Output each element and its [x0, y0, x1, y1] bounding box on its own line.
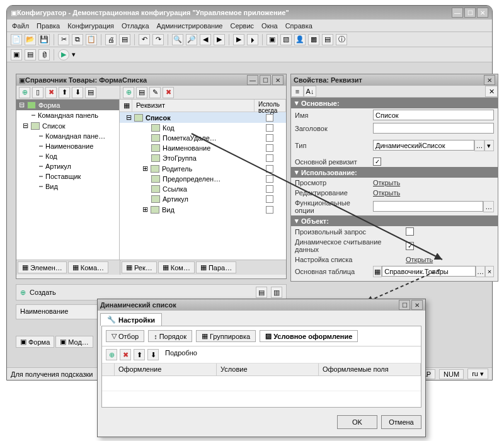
minimize-button[interactable]: —: [452, 8, 463, 18]
menu-config[interactable]: Конфигурация: [67, 22, 114, 30]
dlg-empty-row[interactable]: [102, 376, 421, 391]
tree-item[interactable]: Артикул: [16, 161, 119, 171]
info-icon[interactable]: ⓘ: [336, 34, 347, 45]
tree-item[interactable]: Наименование: [16, 141, 119, 151]
base-clear-icon[interactable]: ×: [485, 266, 494, 277]
dlg-detail[interactable]: Подробно: [165, 349, 197, 360]
tree-item[interactable]: Код: [16, 151, 119, 161]
new-icon[interactable]: 📄: [11, 34, 22, 45]
tool-d-icon[interactable]: ▩: [308, 34, 319, 45]
r-del-icon[interactable]: ✖: [163, 87, 174, 98]
dlg-col1[interactable]: Оформление: [115, 364, 217, 375]
subtab-order[interactable]: ↕Порядок: [148, 330, 192, 342]
req-row[interactable]: Предопределен…: [120, 174, 286, 184]
open-icon[interactable]: 📂: [25, 34, 36, 45]
subtab-conditional[interactable]: ▨Условное оформление: [260, 330, 358, 342]
ok-button[interactable]: OK: [337, 415, 377, 429]
cancel-button[interactable]: Отмена: [381, 415, 421, 429]
dlg-tab-settings[interactable]: 🔧Настройки: [100, 313, 162, 326]
ll-a-icon[interactable]: ▤: [256, 287, 267, 298]
preview-icon[interactable]: ▤: [119, 34, 130, 45]
tool-a-icon[interactable]: ▣: [266, 34, 278, 45]
col-use[interactable]: Исполь всегда: [255, 100, 286, 112]
tab-req[interactable]: ▦Рек…: [122, 261, 157, 273]
prop-close2[interactable]: ✕: [485, 86, 498, 97]
tab-commands[interactable]: ▦Кома…: [68, 261, 108, 273]
t2-a-icon[interactable]: ▣: [11, 49, 22, 60]
tree-root[interactable]: ⊟ Форма: [16, 100, 119, 110]
dlg-close-button[interactable]: ✕: [411, 300, 423, 310]
tool-c-icon[interactable]: 👤: [294, 34, 306, 45]
r-edit-icon[interactable]: ✎: [149, 87, 161, 98]
prop-tab2[interactable]: A↓: [304, 86, 316, 97]
tree-item[interactable]: Поставщик: [16, 171, 119, 181]
use-checkbox[interactable]: [266, 185, 273, 193]
dlg-max-button[interactable]: ☐: [399, 300, 410, 310]
ll-b-icon[interactable]: ▥: [271, 287, 282, 298]
link-view[interactable]: Открыть: [373, 179, 400, 186]
subtab-filter[interactable]: ▽Отбор: [106, 330, 144, 342]
cut-icon[interactable]: ✂: [58, 34, 69, 45]
add-icon[interactable]: ⊕: [19, 87, 30, 98]
debug-icon[interactable]: ⏵: [247, 34, 258, 45]
menu-debug[interactable]: Отладка: [122, 22, 149, 30]
use-checkbox[interactable]: [266, 206, 273, 214]
menu-file[interactable]: Файл: [12, 22, 29, 30]
sect-use[interactable]: ▾Использование:: [291, 167, 498, 178]
props-icon[interactable]: ▤: [85, 87, 96, 98]
redo-icon[interactable]: ↷: [152, 34, 164, 45]
dlg-del-icon[interactable]: ✖: [120, 349, 131, 360]
dlg-col3[interactable]: Оформляемые поля: [319, 364, 421, 375]
input-caption[interactable]: [373, 123, 494, 134]
use-checkbox[interactable]: [266, 195, 273, 203]
save-icon[interactable]: 💾: [38, 34, 50, 45]
tab-para[interactable]: ▦Пара…: [196, 261, 236, 273]
req-row[interactable]: Код: [120, 123, 286, 133]
req-row[interactable]: ЭтоГруппа: [120, 153, 286, 163]
nav-fwd-icon[interactable]: ▶: [214, 34, 225, 45]
find-icon[interactable]: 🔍: [172, 34, 183, 45]
chevron-down-icon[interactable]: ▾: [72, 50, 76, 59]
create-label[interactable]: Создать: [30, 289, 56, 296]
req-row[interactable]: Ссылка: [120, 184, 286, 194]
req-row[interactable]: Артикул: [120, 194, 286, 204]
req-row[interactable]: ⊞Вид: [120, 204, 286, 215]
tree-item[interactable]: Командная панель: [16, 110, 119, 120]
tab-module[interactable]: ▣Мод…: [55, 336, 93, 348]
dlg-add-icon[interactable]: ⊕: [106, 349, 117, 360]
close-button[interactable]: ✕: [477, 8, 488, 18]
r-add-icon[interactable]: ⊕: [123, 87, 134, 98]
link-setup[interactable]: Открыть: [406, 256, 433, 263]
menu-edit[interactable]: Правка: [37, 22, 60, 30]
r-list-icon[interactable]: ▤: [136, 87, 147, 98]
input-func[interactable]: [373, 201, 483, 212]
run-icon[interactable]: ▶: [233, 34, 244, 45]
use-checkbox[interactable]: [266, 114, 273, 122]
form-max-button[interactable]: ☐: [260, 75, 271, 85]
use-checkbox[interactable]: [266, 134, 273, 142]
use-checkbox[interactable]: [266, 175, 273, 183]
del-icon[interactable]: ✖: [45, 87, 57, 98]
use-checkbox[interactable]: [266, 124, 273, 132]
input-type[interactable]: [373, 140, 474, 151]
menu-windows[interactable]: Окна: [261, 22, 278, 30]
tab-form[interactable]: ▣Форма: [16, 336, 54, 348]
dlg-up-icon[interactable]: ⬆: [134, 349, 145, 360]
dlg-col2[interactable]: Условие: [217, 364, 319, 375]
link-edit[interactable]: Открыть: [373, 189, 400, 197]
maximize-button[interactable]: ☐: [464, 8, 476, 18]
tree-item[interactable]: Вид: [16, 181, 119, 192]
sect-main[interactable]: ▾Основные:: [291, 98, 498, 108]
prop-tab1[interactable]: ≡: [291, 86, 304, 97]
dlg-down-icon[interactable]: ⬇: [147, 349, 159, 360]
t2-c-icon[interactable]: 🛢: [38, 49, 50, 60]
use-checkbox[interactable]: [266, 165, 273, 173]
req-row[interactable]: ПометкаУдале…: [120, 133, 286, 143]
form-min-button[interactable]: —: [247, 75, 258, 85]
create-plus-icon[interactable]: ⊕: [20, 289, 26, 297]
input-base[interactable]: [382, 266, 476, 277]
menu-help[interactable]: Справка: [285, 22, 312, 30]
zoom-icon[interactable]: 🔎: [186, 34, 197, 45]
add2-icon[interactable]: ▯: [32, 87, 43, 98]
tab-elements[interactable]: ▦Элемен…: [18, 261, 67, 273]
